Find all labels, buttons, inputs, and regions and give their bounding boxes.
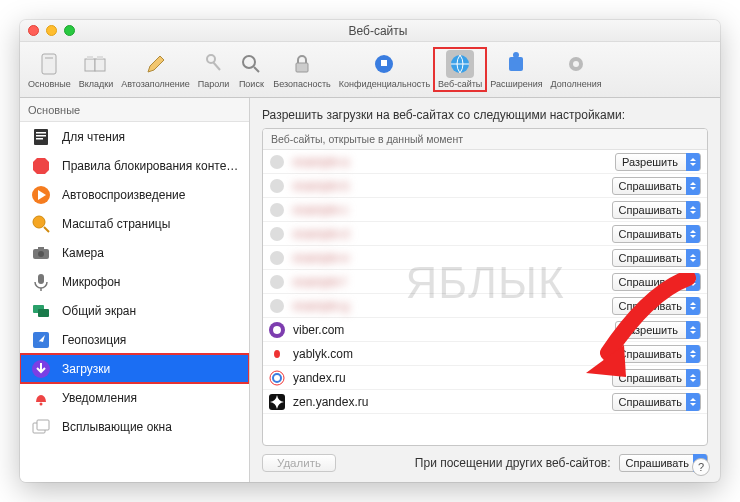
play-icon bbox=[30, 184, 52, 206]
table-body: ЯБЛЫК example-aРазрешитьexample-bСпрашив… bbox=[263, 150, 707, 445]
sidebar-header: Основные bbox=[20, 98, 249, 122]
favicon bbox=[269, 250, 285, 266]
tab-passwords[interactable]: Пароли bbox=[194, 48, 234, 91]
tab-advanced[interactable]: Дополнения bbox=[547, 48, 606, 91]
window-title: Веб-сайты bbox=[28, 24, 720, 38]
chevron-updown-icon bbox=[686, 369, 700, 387]
table-row[interactable]: zen.yandex.ruСпрашивать bbox=[263, 390, 707, 414]
site-policy-select[interactable]: Спрашивать bbox=[612, 225, 701, 243]
svg-rect-32 bbox=[38, 309, 49, 317]
hand-icon bbox=[370, 50, 398, 78]
chevron-updown-icon bbox=[686, 249, 700, 267]
sidebar-item-autoplay[interactable]: Автовоспроизведение bbox=[20, 180, 249, 209]
site-policy-select[interactable]: Спрашивать bbox=[612, 369, 701, 387]
table-row[interactable]: example-gСпрашивать bbox=[263, 294, 707, 318]
chevron-updown-icon bbox=[686, 177, 700, 195]
svg-rect-20 bbox=[36, 138, 43, 140]
tab-tabs[interactable]: Вкладки bbox=[75, 48, 118, 91]
tab-privacy[interactable]: Конфиденциальность bbox=[335, 48, 434, 91]
site-domain: viber.com bbox=[293, 323, 615, 337]
close-window-button[interactable] bbox=[28, 25, 39, 36]
favicon bbox=[269, 226, 285, 242]
svg-point-44 bbox=[270, 275, 284, 289]
site-policy-select[interactable]: Спрашивать bbox=[612, 249, 701, 267]
key-icon bbox=[200, 50, 228, 78]
table-footer: Удалить При посещении других веб-сайтов:… bbox=[262, 454, 708, 472]
lock-icon bbox=[288, 50, 316, 78]
site-policy-select[interactable]: Спрашивать bbox=[612, 297, 701, 315]
svg-point-8 bbox=[243, 56, 255, 68]
sidebar-item-reader[interactable]: Для чтения bbox=[20, 122, 249, 151]
site-policy-select[interactable]: Спрашивать bbox=[612, 177, 701, 195]
table-row[interactable]: example-eСпрашивать bbox=[263, 246, 707, 270]
table-row[interactable]: yablyk.comСпрашивать bbox=[263, 342, 707, 366]
main-heading: Разрешить загрузки на веб-сайтах со след… bbox=[262, 108, 708, 122]
site-policy-select[interactable]: Разрешить bbox=[615, 321, 701, 339]
tab-autofill[interactable]: Автозаполнение bbox=[117, 48, 194, 91]
svg-point-24 bbox=[33, 216, 45, 228]
zoom-icon bbox=[30, 213, 52, 235]
table-row[interactable]: example-cСпрашивать bbox=[263, 198, 707, 222]
svg-point-14 bbox=[513, 52, 519, 58]
table-row[interactable]: viber.comРазрешить bbox=[263, 318, 707, 342]
table-row[interactable]: yandex.ruСпрашивать bbox=[263, 366, 707, 390]
svg-rect-3 bbox=[95, 59, 105, 71]
site-policy-select[interactable]: Разрешить bbox=[615, 153, 701, 171]
favicon bbox=[269, 202, 285, 218]
chevron-updown-icon bbox=[686, 153, 700, 171]
minimize-window-button[interactable] bbox=[46, 25, 57, 36]
sidebar-item-microphone[interactable]: Микрофон bbox=[20, 267, 249, 296]
svg-rect-5 bbox=[97, 56, 103, 59]
site-policy-select[interactable]: Спрашивать bbox=[612, 393, 701, 411]
site-policy-select[interactable]: Спрашивать bbox=[612, 345, 701, 363]
puzzle-icon bbox=[502, 50, 530, 78]
site-domain: example-e bbox=[293, 251, 612, 265]
table-row[interactable]: example-bСпрашивать bbox=[263, 174, 707, 198]
bell-icon bbox=[30, 387, 52, 409]
delete-button[interactable]: Удалить bbox=[262, 454, 336, 472]
stop-icon bbox=[30, 155, 52, 177]
sidebar-item-notifications[interactable]: Уведомления bbox=[20, 383, 249, 412]
camera-icon bbox=[30, 242, 52, 264]
site-policy-select[interactable]: Спрашивать bbox=[612, 201, 701, 219]
chevron-updown-icon bbox=[686, 201, 700, 219]
site-policy-select[interactable]: Спрашивать bbox=[612, 273, 701, 291]
search-icon bbox=[237, 50, 265, 78]
site-domain: example-b bbox=[293, 179, 612, 193]
tab-websites[interactable]: Веб-сайты bbox=[434, 48, 486, 91]
tab-security[interactable]: Безопасность bbox=[269, 48, 334, 91]
favicon bbox=[269, 370, 285, 386]
general-icon bbox=[35, 50, 63, 78]
sidebar-item-downloads[interactable]: Загрузки bbox=[20, 354, 249, 383]
main-panel: Разрешить загрузки на веб-сайтах со след… bbox=[250, 98, 720, 482]
table-row[interactable]: example-aРазрешить bbox=[263, 150, 707, 174]
sites-table: Веб-сайты, открытые в данный момент ЯБЛЫ… bbox=[262, 128, 708, 446]
tab-search[interactable]: Поиск bbox=[233, 48, 269, 91]
svg-rect-17 bbox=[34, 129, 48, 145]
tabs-icon bbox=[82, 50, 110, 78]
screens-icon bbox=[30, 300, 52, 322]
sidebar-item-page-zoom[interactable]: Масштаб страницы bbox=[20, 209, 249, 238]
sidebar-item-popups[interactable]: Всплывающие окна bbox=[20, 412, 249, 441]
reader-icon bbox=[30, 126, 52, 148]
svg-point-41 bbox=[270, 203, 284, 217]
svg-point-39 bbox=[270, 155, 284, 169]
sidebar-item-content-blockers[interactable]: Правила блокирования контента bbox=[20, 151, 249, 180]
zoom-window-button[interactable] bbox=[64, 25, 75, 36]
favicon bbox=[269, 298, 285, 314]
download-icon bbox=[30, 358, 52, 380]
site-domain: example-g bbox=[293, 299, 612, 313]
sidebar-item-camera[interactable]: Камера bbox=[20, 238, 249, 267]
sidebar-item-screen-sharing[interactable]: Общий экран bbox=[20, 296, 249, 325]
table-row[interactable]: example-fСпрашивать bbox=[263, 270, 707, 294]
svg-rect-19 bbox=[36, 135, 46, 137]
tab-general[interactable]: Основные bbox=[24, 48, 75, 91]
favicon bbox=[269, 178, 285, 194]
favicon bbox=[269, 394, 285, 410]
sidebar-item-location[interactable]: Геопозиция bbox=[20, 325, 249, 354]
help-button[interactable]: ? bbox=[692, 458, 710, 476]
svg-point-16 bbox=[573, 61, 579, 67]
table-row[interactable]: example-dСпрашивать bbox=[263, 222, 707, 246]
tab-extensions[interactable]: Расширения bbox=[486, 48, 546, 91]
chevron-updown-icon bbox=[686, 345, 700, 363]
